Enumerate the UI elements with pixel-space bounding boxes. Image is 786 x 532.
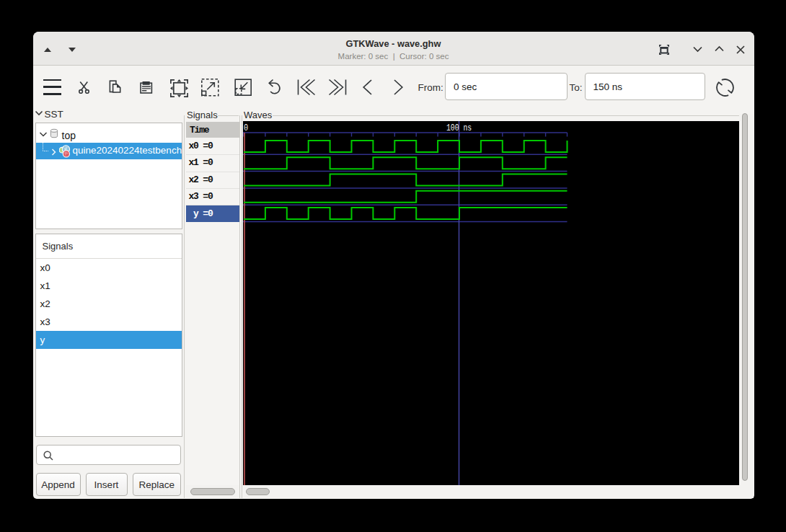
svg-text:100 ns: 100 ns (446, 122, 472, 133)
svg-text:0: 0 (244, 122, 248, 133)
